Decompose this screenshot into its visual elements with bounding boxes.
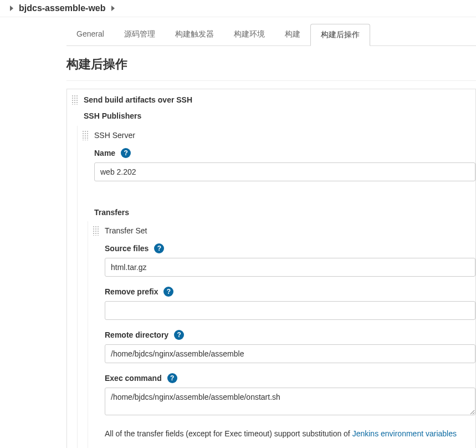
exec-command-input[interactable]: /home/bjdcs/nginx/assemble/assemble/onst… — [105, 388, 475, 415]
exec-command-label-row: Exec command ? — [88, 368, 475, 388]
help-icon[interactable]: ? — [174, 330, 184, 340]
transfer-set-label: Transfer Set — [105, 226, 147, 235]
tab-triggers[interactable]: 构建触发器 — [165, 24, 224, 45]
ssh-server-block: SSH Server Name ? Transfers Transfer Set… — [77, 126, 475, 448]
jenkins-env-vars-link[interactable]: Jenkins environment variables — [352, 429, 457, 438]
name-label-row: Name ? — [78, 142, 475, 162]
tab-general[interactable]: General — [66, 24, 114, 45]
chevron-right-icon — [10, 6, 13, 11]
remote-directory-input[interactable] — [105, 344, 475, 363]
drag-handle-icon[interactable] — [82, 130, 89, 140]
breadcrumb-project[interactable]: bjdcs-assemble-web — [19, 3, 106, 13]
source-files-input[interactable] — [105, 258, 475, 277]
transfer-set-block: Transfer Set Source files ? Remove prefi… — [88, 221, 475, 448]
help-icon[interactable]: ? — [167, 373, 177, 383]
tab-post-build[interactable]: 构建后操作 — [310, 24, 370, 46]
tab-environment[interactable]: 构建环境 — [224, 24, 275, 45]
ssh-server-label: SSH Server — [94, 131, 135, 140]
source-files-label-row: Source files ? — [88, 238, 475, 258]
transfer-footnote: All of the transfer fields (except for E… — [88, 421, 475, 444]
exec-command-label: Exec command — [105, 374, 162, 383]
help-icon[interactable]: ? — [163, 287, 173, 297]
source-files-label: Source files — [105, 244, 149, 253]
name-input[interactable] — [94, 162, 475, 181]
ssh-publishers-label: SSH Publishers — [67, 108, 475, 126]
config-tabs: General 源码管理 构建触发器 构建环境 构建 构建后操作 — [66, 17, 476, 46]
tab-build[interactable]: 构建 — [275, 24, 310, 45]
remove-prefix-input[interactable] — [105, 301, 475, 320]
ssh-publish-block: Send build artifacts over SSH SSH Publis… — [66, 89, 476, 448]
help-icon[interactable]: ? — [154, 243, 164, 253]
breadcrumb: bjdcs-assemble-web — [0, 0, 476, 17]
remote-directory-label: Remote directory — [105, 330, 168, 339]
remote-directory-label-row: Remote directory ? — [88, 324, 475, 344]
remove-prefix-label: Remove prefix — [105, 287, 158, 296]
tab-scm[interactable]: 源码管理 — [114, 24, 165, 45]
drag-handle-icon[interactable] — [71, 95, 78, 105]
section-title: 构建后操作 — [66, 46, 476, 81]
remove-prefix-label-row: Remove prefix ? — [88, 281, 475, 301]
help-icon[interactable]: ? — [121, 148, 131, 158]
drag-handle-icon[interactable] — [93, 226, 99, 236]
footnote-text: All of the transfer fields (except for E… — [105, 429, 352, 438]
ssh-block-title: Send build artifacts over SSH — [84, 95, 192, 104]
transfers-label: Transfers — [78, 202, 475, 221]
chevron-right-icon — [111, 6, 115, 11]
name-label: Name — [94, 149, 115, 157]
